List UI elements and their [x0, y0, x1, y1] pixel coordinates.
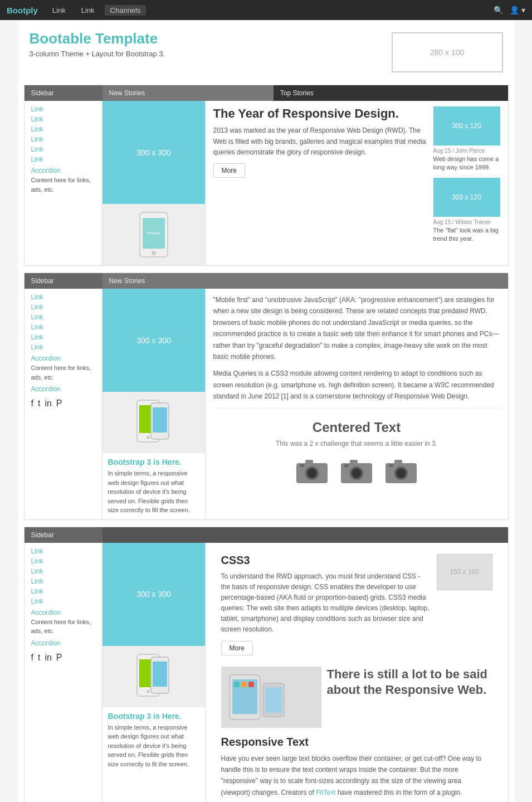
search-icon[interactable]: 🔍	[494, 6, 503, 14]
css3-side: 150 x 100	[437, 554, 492, 590]
sidebar-3-link-3[interactable]: Link	[31, 567, 95, 575]
responsive-section: There is still a lot to be said about th…	[213, 661, 500, 802]
page-wrapper: Bootable Template 3-column Theme + Layou…	[18, 20, 514, 802]
section-2: Sidebar New Stories Link Link Link Link …	[24, 273, 509, 520]
navbar-channels[interactable]: Channels	[105, 5, 147, 16]
bootstrap-title-2: Bootstrap 3 is Here.	[103, 453, 205, 469]
linkedin-icon-3[interactable]: in	[45, 653, 51, 663]
twitter-icon-3[interactable]: t	[38, 653, 40, 663]
sidebar-3-link-2[interactable]: Link	[31, 557, 95, 565]
css3-text: To understand the RWD approach, you must…	[221, 571, 431, 635]
navbar-brand[interactable]: Bootply	[7, 6, 38, 15]
side-story-img-1: 300 x 120	[433, 106, 500, 145]
svg-point-11	[308, 469, 316, 478]
sidebar-2-link-5[interactable]: Link	[31, 333, 95, 341]
svg-point-16	[352, 469, 361, 478]
story-image-2: 300 x 300	[103, 289, 206, 392]
story-text-1: 2013 was marked as the year of Responsiv…	[213, 125, 428, 158]
accordion-content-2: Content here for links, ads, etc.	[31, 363, 95, 382]
side-story-meta-2: Aug 15 / Wilson Trainer	[433, 219, 500, 225]
story-image-3: 300 x 300	[103, 543, 206, 646]
sidebar-3-link-5[interactable]: Link	[31, 587, 95, 595]
sidebar-2-link-6[interactable]: Link	[31, 343, 95, 351]
pinterest-icon[interactable]: P	[56, 398, 62, 409]
pinterest-icon-3[interactable]: P	[56, 653, 62, 663]
user-icon[interactable]: 👤 ▾	[510, 6, 525, 14]
section-1-body: Link Link Link Link Link Link Accordion …	[25, 101, 508, 265]
phone-group-img	[221, 667, 321, 728]
navbar-right: 🔍 👤 ▾	[494, 6, 525, 14]
story-image-1: 300 x 300	[103, 101, 206, 204]
sidebar-3-link-6[interactable]: Link	[31, 597, 95, 605]
fittext-link[interactable]: FitText	[316, 789, 335, 796]
bootstrap-title-3: Bootstrap 3 is Here.	[103, 707, 205, 723]
sidebar-3: Link Link Link Link Link Link Accordion …	[25, 543, 103, 803]
sidebar-2-link-3[interactable]: Link	[31, 313, 95, 321]
header-ad: 280 x 100	[392, 32, 503, 72]
svg-rect-33	[234, 682, 240, 687]
svg-rect-12	[305, 460, 313, 464]
linkedin-icon[interactable]: in	[45, 398, 51, 409]
img-size-3: 300 x 300	[136, 590, 171, 599]
sidebar-label-3: Sidebar	[25, 527, 103, 543]
big-quote: There is still a lot to be said about th…	[327, 667, 492, 705]
social-icons-2: f t in P	[31, 398, 95, 409]
svg-rect-18	[344, 464, 349, 467]
sidebar-3-link-1[interactable]: Link	[31, 547, 95, 555]
svg-rect-13	[300, 464, 304, 467]
section2-main-text-2: Media Queries is a CSS3 module allowing …	[213, 368, 500, 402]
story-title-1: The Year of Responsive Design.	[213, 106, 428, 121]
sidebar-2-link-1[interactable]: Link	[31, 293, 95, 301]
sidebar-2-link-4[interactable]: Link	[31, 323, 95, 331]
section-1: Sidebar New Stories Top Stories Link Lin…	[24, 85, 509, 266]
middle-col-3: 300 x 300 Bootstrap 3 is Here. In simple…	[103, 543, 206, 803]
accordion-label-1[interactable]: Accordion	[31, 167, 95, 174]
sidebar-link-1-5[interactable]: Link	[31, 145, 95, 153]
section-3-header: Sidebar	[25, 527, 508, 543]
accordion-label-3b[interactable]: Accordion	[31, 639, 95, 647]
camera-icons	[219, 456, 495, 484]
centered-subtitle: This was a 2 x challenge that seems a li…	[219, 440, 495, 448]
responsive-flex: There is still a lot to be said about th…	[221, 667, 492, 728]
sidebar-2-link-2[interactable]: Link	[31, 303, 95, 311]
newstories-label-2: New Stories	[103, 273, 508, 289]
top-stories-inner: The Year of Responsive Design. 2013 was …	[213, 106, 500, 249]
sidebar-link-1-6[interactable]: Link	[31, 155, 95, 163]
css3-title: CSS3	[221, 554, 431, 567]
more-button-3[interactable]: More	[221, 641, 253, 655]
svg-rect-23	[389, 464, 393, 467]
twitter-icon[interactable]: t	[38, 398, 40, 409]
phone-svg-3	[131, 652, 176, 702]
svg-point-21	[397, 469, 406, 478]
navbar-link-2[interactable]: Link	[76, 6, 100, 14]
right-col-3: CSS3 To understand the RWD approach, you…	[206, 543, 508, 803]
sidebar-label-2: Sidebar	[25, 273, 103, 289]
svg-rect-35	[248, 682, 254, 687]
accordion-content-3: Content here for links, ads, etc.	[31, 618, 95, 636]
phone-svg-1: Phone	[131, 210, 176, 260]
newstories-label-1: New Stories	[103, 85, 274, 101]
section-1-header: Sidebar New Stories Top Stories	[25, 85, 508, 101]
phones-svg	[227, 669, 316, 725]
css3-main: CSS3 To understand the RWD approach, you…	[221, 554, 431, 655]
facebook-icon-3[interactable]: f	[31, 653, 33, 663]
section-3-body: Link Link Link Link Link Link Accordion …	[25, 543, 508, 803]
sidebar-3-link-4[interactable]: Link	[31, 577, 95, 585]
sidebar-link-1-1[interactable]: Link	[31, 105, 95, 113]
navbar-link-1[interactable]: Link	[47, 6, 71, 14]
accordion-content-1: Content here for links, ads, etc.	[31, 176, 95, 194]
svg-rect-17	[350, 460, 358, 464]
phone-svg-2	[131, 397, 176, 448]
accordion-label-2[interactable]: Accordion	[31, 354, 95, 362]
sidebar-link-1-3[interactable]: Link	[31, 125, 95, 133]
section-2-body: Link Link Link Link Link Link Accordion …	[25, 289, 508, 519]
phone-illustration-1: Phone	[103, 204, 206, 265]
more-button-1[interactable]: More	[213, 163, 245, 178]
sidebar-link-1-2[interactable]: Link	[31, 115, 95, 123]
accordion-label-3[interactable]: Accordion	[31, 609, 95, 616]
facebook-icon[interactable]: f	[31, 398, 33, 409]
phone-illustration-3	[103, 646, 206, 707]
accordion-label-2b[interactable]: Accordion	[31, 385, 95, 393]
sidebar-link-1-4[interactable]: Link	[31, 135, 95, 143]
section2-main-text-1: "Mobile first" and "unobtrusive JavaScri…	[213, 294, 500, 362]
